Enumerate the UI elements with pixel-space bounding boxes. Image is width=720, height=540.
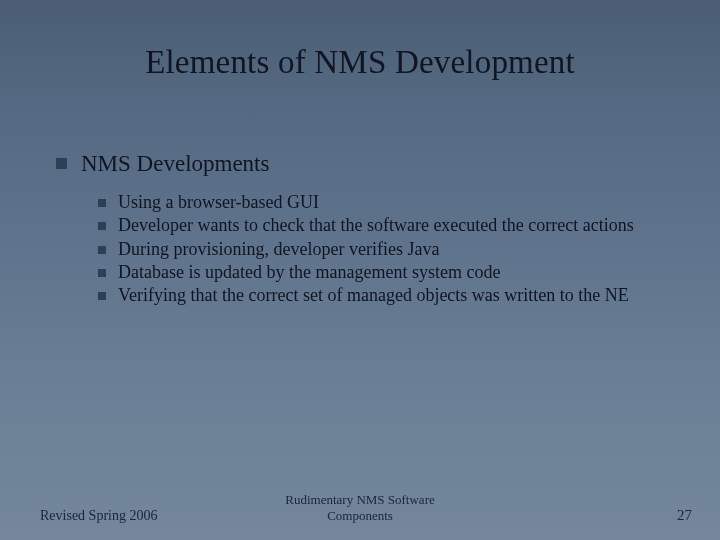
slide-footer: Revised Spring 2006 Rudimentary NMS Soft… <box>0 492 720 526</box>
square-bullet-icon <box>98 246 106 254</box>
list-item: Using a browser-based GUI <box>98 191 680 214</box>
page-number: 27 <box>677 507 692 524</box>
square-bullet-icon <box>98 199 106 207</box>
list-item: Developer wants to check that the softwa… <box>98 214 680 237</box>
square-bullet-icon <box>98 292 106 300</box>
bullet-text: During provisioning, developer verifies … <box>118 238 439 261</box>
list-item: NMS Developments <box>56 150 680 179</box>
list-item: Database is updated by the management sy… <box>98 261 680 284</box>
square-bullet-icon <box>98 222 106 230</box>
list-item: During provisioning, developer verifies … <box>98 238 680 261</box>
slide-body: NMS Developments Using a browser-based G… <box>56 150 680 308</box>
bullet-text: Using a browser-based GUI <box>118 191 319 214</box>
sublist: Using a browser-based GUI Developer want… <box>98 191 680 308</box>
square-bullet-icon <box>56 158 67 169</box>
footer-center-line1: Rudimentary NMS Software <box>285 492 434 507</box>
footer-center-text: Rudimentary NMS Software Components <box>0 492 720 523</box>
square-bullet-icon <box>98 269 106 277</box>
list-item: Verifying that the correct set of manage… <box>98 284 680 307</box>
bullet-text: Developer wants to check that the softwa… <box>118 214 634 237</box>
slide-title: Elements of NMS Development <box>0 44 720 81</box>
level1-text: NMS Developments <box>81 150 269 179</box>
slide: Elements of NMS Development NMS Developm… <box>0 0 720 540</box>
bullet-text: Verifying that the correct set of manage… <box>118 284 629 307</box>
footer-center-line2: Components <box>327 508 393 523</box>
bullet-text: Database is updated by the management sy… <box>118 261 500 284</box>
